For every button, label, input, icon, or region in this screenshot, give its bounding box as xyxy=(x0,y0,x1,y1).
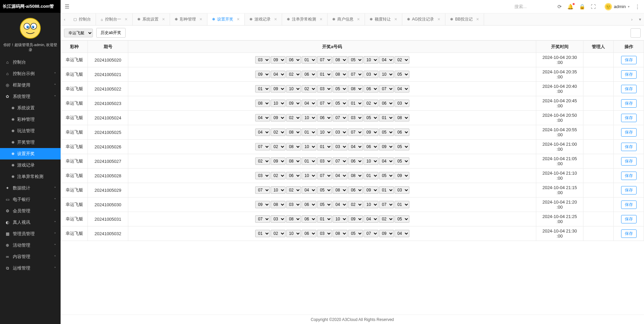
number-select[interactable]: 01020304050607080910 xyxy=(286,114,301,121)
menu-item[interactable]: ∞内容管理˅ xyxy=(0,251,61,262)
tab[interactable]: ⌂控制台一✕ xyxy=(96,13,133,25)
number-select[interactable]: 01020304050607080910 xyxy=(302,85,316,93)
number-select[interactable]: 01020304050607080910 xyxy=(364,71,378,78)
close-icon[interactable]: ✕ xyxy=(237,17,240,22)
number-select[interactable]: 01020304050607080910 xyxy=(348,85,363,93)
number-select[interactable]: 01020304050607080910 xyxy=(255,129,270,136)
history-button[interactable]: 历史ab开奖 xyxy=(96,28,126,38)
number-select[interactable]: 01020304050607080910 xyxy=(348,56,363,64)
number-select[interactable]: 01020304050607080910 xyxy=(286,100,301,107)
tab[interactable]: ❋设置开奖✕ xyxy=(207,13,245,25)
submenu-item[interactable]: ❋系统设置 xyxy=(0,102,61,114)
number-select[interactable]: 01020304050607080910 xyxy=(395,71,409,78)
number-select[interactable]: 01020304050607080910 xyxy=(271,215,285,223)
number-select[interactable]: 01020304050607080910 xyxy=(286,230,301,237)
tab[interactable]: ❋注单异常检测✕ xyxy=(282,13,328,25)
number-select[interactable]: 01020304050607080910 xyxy=(255,143,270,150)
number-select[interactable]: 01020304050607080910 xyxy=(286,143,301,150)
number-select[interactable]: 01020304050607080910 xyxy=(302,100,316,107)
save-button[interactable]: 保存 xyxy=(621,128,637,137)
number-select[interactable]: 01020304050607080910 xyxy=(333,56,347,64)
lock-icon[interactable]: 🔒 xyxy=(579,4,585,10)
number-select[interactable]: 01020304050607080910 xyxy=(286,71,301,78)
number-select[interactable]: 01020304050607080910 xyxy=(348,143,363,150)
number-select[interactable]: 01020304050607080910 xyxy=(271,71,285,78)
number-select[interactable]: 01020304050607080910 xyxy=(348,114,363,121)
number-select[interactable]: 01020304050607080910 xyxy=(317,100,332,107)
number-select[interactable]: 01020304050607080910 xyxy=(255,56,270,64)
number-select[interactable]: 01020304050607080910 xyxy=(364,201,378,208)
number-select[interactable]: 01020304050607080910 xyxy=(271,157,285,165)
number-select[interactable]: 01020304050607080910 xyxy=(395,172,409,179)
number-select[interactable]: 01020304050607080910 xyxy=(317,215,332,223)
save-button[interactable]: 保存 xyxy=(621,56,637,64)
number-select[interactable]: 01020304050607080910 xyxy=(379,56,394,64)
number-select[interactable]: 01020304050607080910 xyxy=(317,56,332,64)
close-icon[interactable]: ✕ xyxy=(357,17,360,22)
save-button[interactable]: 保存 xyxy=(621,85,637,93)
submenu-item[interactable]: ❋注单异常检测 xyxy=(0,171,61,182)
number-select[interactable]: 01020304050607080910 xyxy=(317,157,332,165)
close-icon[interactable]: ✕ xyxy=(125,17,128,22)
number-select[interactable]: 01020304050607080910 xyxy=(271,85,285,93)
number-select[interactable]: 01020304050607080910 xyxy=(348,215,363,223)
number-select[interactable]: 01020304050607080910 xyxy=(379,129,394,136)
number-select[interactable]: 01020304050607080910 xyxy=(286,129,301,136)
number-select[interactable]: 01020304050607080910 xyxy=(302,71,316,78)
tab[interactable]: ❋系统设置✕ xyxy=(133,13,170,25)
tab[interactable]: ❋商户信息✕ xyxy=(328,13,365,25)
tabs-scroll-right[interactable]: › xyxy=(628,13,636,25)
menu-item[interactable]: ⌂控制台 xyxy=(0,57,61,68)
bell-icon[interactable]: 🔔 xyxy=(567,4,574,10)
close-icon[interactable]: ✕ xyxy=(476,17,479,22)
number-select[interactable]: 01020304050607080910 xyxy=(286,85,301,93)
number-select[interactable]: 01020304050607080910 xyxy=(271,143,285,150)
number-select[interactable]: 01020304050607080910 xyxy=(271,100,285,107)
number-select[interactable]: 01020304050607080910 xyxy=(379,85,394,93)
number-select[interactable]: 01020304050607080910 xyxy=(395,143,409,150)
number-select[interactable]: 01020304050607080910 xyxy=(302,186,316,194)
save-button[interactable]: 保存 xyxy=(621,70,637,79)
number-select[interactable]: 01020304050607080910 xyxy=(395,85,409,93)
save-button[interactable]: 保存 xyxy=(621,99,637,108)
number-select[interactable]: 01020304050607080910 xyxy=(333,143,347,150)
close-icon[interactable]: ✕ xyxy=(437,17,440,22)
number-select[interactable]: 01020304050607080910 xyxy=(364,129,378,136)
number-select[interactable]: 01020304050607080910 xyxy=(286,157,301,165)
refresh-button[interactable]: ⟳ xyxy=(631,28,641,38)
number-select[interactable]: 01020304050607080910 xyxy=(333,201,347,208)
tab[interactable]: ❋AG投注记录✕ xyxy=(402,13,445,25)
number-select[interactable]: 01020304050607080910 xyxy=(302,56,316,64)
number-select[interactable]: 01020304050607080910 xyxy=(395,157,409,165)
number-select[interactable]: 01020304050607080910 xyxy=(333,71,347,78)
number-select[interactable]: 01020304050607080910 xyxy=(379,114,394,121)
tabs-scroll-left[interactable]: ‹ xyxy=(61,13,69,25)
number-select[interactable]: 01020304050607080910 xyxy=(255,230,270,237)
number-select[interactable]: 01020304050607080910 xyxy=(364,172,378,179)
number-select[interactable]: 01020304050607080910 xyxy=(364,215,378,223)
number-select[interactable]: 01020304050607080910 xyxy=(286,56,301,64)
number-select[interactable]: 01020304050607080910 xyxy=(271,201,285,208)
number-select[interactable]: 01020304050607080910 xyxy=(317,143,332,150)
number-select[interactable]: 01020304050607080910 xyxy=(348,71,363,78)
number-select[interactable]: 01020304050607080910 xyxy=(286,201,301,208)
number-select[interactable]: 01020304050607080910 xyxy=(255,100,270,107)
number-select[interactable]: 01020304050607080910 xyxy=(348,172,363,179)
number-select[interactable]: 01020304050607080910 xyxy=(379,157,394,165)
number-select[interactable]: 01020304050607080910 xyxy=(379,100,394,107)
number-select[interactable]: 01020304050607080910 xyxy=(348,201,363,208)
number-select[interactable]: 01020304050607080910 xyxy=(302,114,316,121)
number-select[interactable]: 01020304050607080910 xyxy=(255,186,270,194)
number-select[interactable]: 01020304050607080910 xyxy=(364,56,378,64)
number-select[interactable]: 01020304050607080910 xyxy=(395,186,409,194)
number-select[interactable]: 01020304050607080910 xyxy=(255,172,270,179)
number-select[interactable]: 01020304050607080910 xyxy=(302,143,316,150)
save-button[interactable]: 保存 xyxy=(621,229,637,238)
number-select[interactable]: 01020304050607080910 xyxy=(302,230,316,237)
search-input[interactable] xyxy=(512,3,552,10)
number-select[interactable]: 01020304050607080910 xyxy=(364,157,378,165)
close-icon[interactable]: ✕ xyxy=(394,17,397,22)
submenu-item[interactable]: ❋设置开奖 xyxy=(0,148,61,159)
number-select[interactable]: 01020304050607080910 xyxy=(317,230,332,237)
menu-item[interactable]: ⚙会员管理˅ xyxy=(0,205,61,217)
